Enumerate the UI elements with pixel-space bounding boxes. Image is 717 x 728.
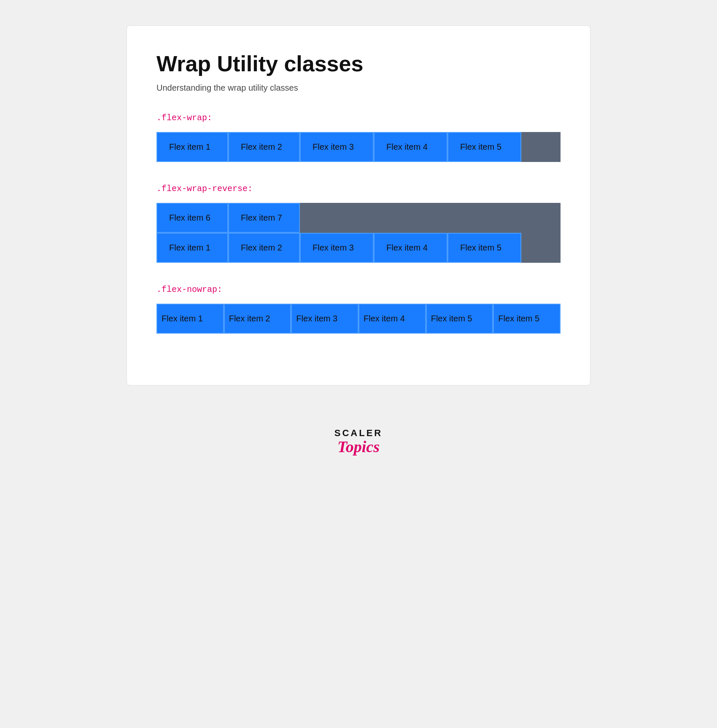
page-subtitle: Understanding the wrap utility classes — [156, 83, 561, 93]
flex-item-2: Flex item 2 — [228, 132, 300, 162]
flex-item-1: Flex item 1 — [156, 132, 228, 162]
flex-wrap-reverse-demo: Flex item 1 Flex item 2 Flex item 3 Flex… — [156, 203, 561, 263]
flex-item-n6: Flex item 5 — [493, 304, 561, 334]
flex-wrap-demo: Flex item 1 Flex item 2 Flex item 3 Flex… — [156, 132, 561, 162]
flex-item-3: Flex item 3 — [300, 132, 374, 162]
flex-item-r6: Flex item 6 — [156, 203, 228, 233]
flex-nowrap-label: .flex-nowrap: — [156, 285, 561, 294]
flex-item-r1: Flex item 1 — [156, 233, 228, 263]
flex-item-n3: Flex item 3 — [291, 304, 358, 334]
flex-wrap-label: .flex-wrap: — [156, 113, 561, 123]
flex-item-n1: Flex item 1 — [156, 304, 224, 334]
flex-wrap-section: .flex-wrap: Flex item 1 Flex item 2 Flex… — [156, 113, 561, 162]
flex-item-r7: Flex item 7 — [228, 203, 300, 233]
page-title: Wrap Utility classes — [156, 51, 561, 76]
flex-nowrap-section: .flex-nowrap: Flex item 1 Flex item 2 Fl… — [156, 285, 561, 334]
flex-item-r5: Flex item 5 — [447, 233, 521, 263]
flex-item-r4: Flex item 4 — [374, 233, 447, 263]
logo-topics-text: Topics — [337, 439, 380, 455]
flex-item-n5: Flex item 5 — [426, 304, 493, 334]
logo-area: SCALER Topics — [334, 428, 383, 455]
flex-nowrap-demo: Flex item 1 Flex item 2 Flex item 3 Flex… — [156, 304, 561, 334]
flex-item-r3: Flex item 3 — [300, 233, 374, 263]
logo-scaler-text: SCALER — [334, 428, 383, 439]
flex-item-n2: Flex item 2 — [224, 304, 291, 334]
flex-item-r2: Flex item 2 — [228, 233, 300, 263]
flex-item-4: Flex item 4 — [374, 132, 447, 162]
flex-wrap-reverse-label: .flex-wrap-reverse: — [156, 184, 561, 194]
flex-item-5: Flex item 5 — [447, 132, 521, 162]
main-card: Wrap Utility classes Understanding the w… — [127, 25, 590, 386]
flex-item-n4: Flex item 4 — [358, 304, 426, 334]
flex-wrap-reverse-section: .flex-wrap-reverse: Flex item 1 Flex ite… — [156, 184, 561, 263]
